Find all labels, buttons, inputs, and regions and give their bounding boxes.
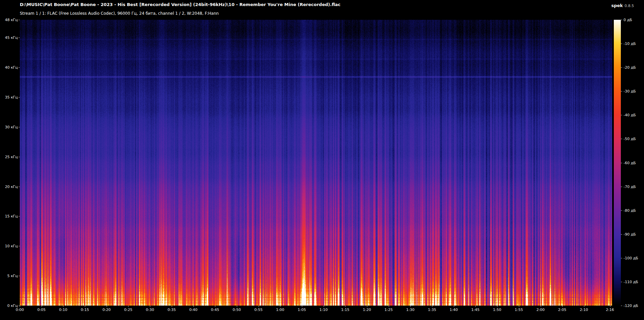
time-tick bbox=[128, 306, 128, 307]
time-tick-label: 1:30 bbox=[406, 308, 415, 312]
freq-tick-label: 20 кГц bbox=[2, 185, 18, 188]
time-tick-label: 1:00 bbox=[276, 308, 284, 312]
db-tick bbox=[621, 282, 622, 282]
stream-info: Stream 1 / 1: FLAC (Free Lossless Audio … bbox=[20, 11, 219, 16]
db-tick-label: -90 дБ bbox=[624, 232, 636, 236]
file-path: D:\MUSIC\Pat Boone\Pat Boone - 2023 - Hi… bbox=[20, 2, 340, 7]
freq-tick bbox=[18, 246, 20, 246]
db-tick bbox=[621, 210, 622, 211]
time-tick-label: 0:40 bbox=[189, 308, 198, 312]
time-tick bbox=[150, 306, 150, 307]
db-tick bbox=[621, 67, 622, 68]
time-tick bbox=[215, 306, 215, 307]
time-tick-label: 0:15 bbox=[81, 308, 89, 312]
freq-tick bbox=[18, 97, 20, 98]
freq-tick bbox=[18, 187, 20, 187]
db-tick-label: -60 дБ bbox=[624, 161, 636, 165]
freq-tick-label: 35 кГц bbox=[2, 95, 18, 99]
time-tick bbox=[172, 306, 172, 307]
time-tick-label: 0:50 bbox=[233, 308, 241, 312]
db-tick bbox=[621, 139, 622, 139]
time-tick-label: 0:25 bbox=[124, 308, 132, 312]
time-tick-label: 0:30 bbox=[146, 308, 154, 312]
time-tick-label: 0:00 bbox=[16, 308, 24, 312]
db-tick-label: -70 дБ bbox=[624, 185, 636, 188]
time-tick-label: 2:05 bbox=[558, 308, 567, 312]
freq-tick-label: 15 кГц bbox=[2, 214, 18, 218]
time-tick bbox=[432, 306, 432, 307]
app-version: 0.8.5 bbox=[625, 4, 634, 8]
time-tick-label: 1:35 bbox=[428, 308, 436, 312]
time-tick bbox=[63, 306, 63, 307]
time-tick-label: 0:20 bbox=[102, 308, 111, 312]
time-tick-label: 1:20 bbox=[363, 308, 371, 312]
freq-tick bbox=[18, 157, 20, 157]
freq-tick bbox=[18, 20, 20, 20]
db-tick bbox=[621, 20, 622, 20]
time-tick bbox=[610, 306, 610, 307]
time-tick-label: 1:40 bbox=[449, 308, 458, 312]
time-tick bbox=[107, 306, 107, 307]
db-tick-label: -120 дБ bbox=[624, 304, 638, 308]
db-tick-label: -100 дБ bbox=[624, 256, 638, 260]
time-tick bbox=[367, 306, 367, 307]
db-tick bbox=[621, 187, 622, 187]
time-tick-label: 1:55 bbox=[515, 308, 523, 312]
time-tick bbox=[410, 306, 411, 307]
db-tick-label: -110 дБ bbox=[624, 280, 638, 283]
freq-tick-label: 0 кГц bbox=[2, 304, 18, 308]
time-tick bbox=[324, 306, 324, 307]
freq-tick bbox=[18, 67, 20, 68]
db-tick-label: -20 дБ bbox=[624, 66, 636, 69]
freq-tick-label: 40 кГц bbox=[2, 66, 18, 69]
db-tick bbox=[621, 115, 622, 115]
freq-tick bbox=[18, 127, 20, 127]
app-name: spek bbox=[611, 3, 623, 8]
time-tick bbox=[194, 306, 194, 307]
time-tick bbox=[562, 306, 562, 307]
time-tick-label: 1:05 bbox=[298, 308, 306, 312]
app-brand: spek0.8.5 bbox=[611, 2, 634, 8]
freq-tick-label: 45 кГц bbox=[2, 36, 18, 40]
freq-tick-label: 48 кГц bbox=[2, 18, 18, 22]
time-tick bbox=[237, 306, 237, 307]
time-tick-label: 0:05 bbox=[37, 308, 46, 312]
time-tick bbox=[345, 306, 345, 307]
time-tick bbox=[42, 306, 42, 307]
db-tick-label: -80 дБ bbox=[624, 208, 636, 212]
db-tick-label: -50 дБ bbox=[624, 137, 636, 141]
db-tick bbox=[621, 258, 622, 258]
time-tick bbox=[497, 306, 497, 307]
time-tick-label: 2:10 bbox=[580, 308, 588, 312]
time-tick bbox=[85, 306, 85, 307]
db-tick-label: -10 дБ bbox=[624, 42, 636, 46]
db-tick bbox=[621, 306, 622, 306]
time-tick-label: 0:35 bbox=[167, 308, 176, 312]
colorbar-gradient bbox=[614, 20, 621, 306]
time-tick bbox=[475, 306, 476, 307]
db-tick-label: -40 дБ bbox=[624, 113, 636, 117]
time-tick-label: 2:16 bbox=[606, 308, 614, 312]
time-tick-label: 0:45 bbox=[211, 308, 219, 312]
db-tick bbox=[621, 44, 622, 44]
db-tick-label: -30 дБ bbox=[624, 89, 636, 93]
db-tick-label: 0 дБ bbox=[624, 18, 632, 22]
spek-window: D:\MUSIC\Pat Boone\Pat Boone - 2023 - Hi… bbox=[0, 0, 644, 320]
db-tick bbox=[621, 163, 622, 163]
freq-tick-label: 10 кГц bbox=[2, 244, 18, 248]
time-tick-label: 0:55 bbox=[254, 308, 263, 312]
freq-tick-label: 25 кГц bbox=[2, 155, 18, 158]
time-tick bbox=[454, 306, 454, 307]
time-tick-label: 1:25 bbox=[384, 308, 393, 312]
freq-tick-label: 5 кГц bbox=[2, 274, 18, 278]
time-tick bbox=[302, 306, 302, 307]
time-tick bbox=[541, 306, 541, 307]
db-tick bbox=[621, 91, 622, 91]
freq-tick bbox=[18, 276, 20, 276]
spectrogram-canvas bbox=[20, 20, 612, 306]
time-tick-label: 0:10 bbox=[59, 308, 67, 312]
time-tick bbox=[584, 306, 584, 307]
time-tick bbox=[259, 306, 259, 307]
time-tick bbox=[389, 306, 389, 307]
db-tick bbox=[621, 234, 622, 235]
